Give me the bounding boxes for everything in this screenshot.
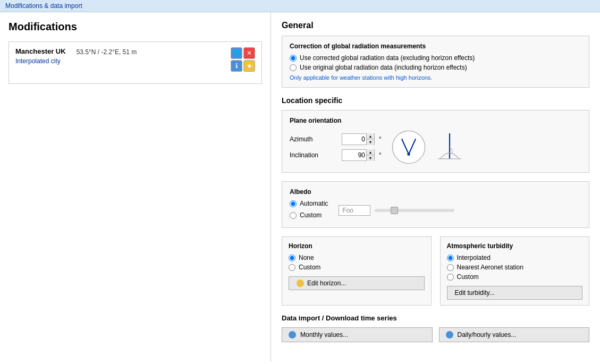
correction-note: Only applicable for weather stations wit… [290, 74, 581, 81]
city-type: Interpolated city [15, 57, 137, 65]
svg-point-0 [392, 131, 425, 163]
inclination-spinbox-buttons: ▲ ▼ [366, 149, 374, 161]
topbar: Modifications & data import [0, 0, 600, 12]
horizon-radio2[interactable] [289, 264, 295, 271]
azimuth-up[interactable]: ▲ [367, 133, 374, 139]
monthly-btn-icon [289, 331, 296, 338]
left-panel: Modifications Manchester UK 53.5°N / -2.… [0, 12, 271, 361]
location-icons-row-1: 🌐 ✕ [231, 47, 255, 59]
albedo-radios: Automatic Custom [290, 200, 328, 221]
daily-hourly-values-label: Daily/hourly values... [458, 331, 517, 338]
correction-title: Correction of global radiation measureme… [290, 43, 581, 50]
inclination-input[interactable] [342, 150, 366, 160]
orientation-diagrams [390, 129, 466, 166]
azimuth-input[interactable] [342, 134, 366, 145]
location-box: Manchester UK 53.5°N / -2.2°E, 51 m Inte… [9, 41, 262, 84]
inclination-diagram [434, 129, 466, 166]
data-import-title: Data import / Download time series [282, 314, 589, 322]
edit-turbidity-label: Edit turbidity... [455, 289, 495, 297]
close-icon[interactable]: ✕ [243, 47, 255, 59]
edit-horizon-label: Edit horizon... [307, 280, 346, 287]
svg-point-1 [407, 153, 410, 156]
turbidity-option2-row: Nearest Aeronet station [447, 264, 583, 271]
turbidity-option1-row: Interpolated [447, 254, 583, 261]
modifications-title: Modifications [9, 21, 262, 33]
turbidity-option3-row: Custom [447, 273, 583, 281]
plane-orientation-title: Plane orientation [290, 117, 581, 124]
correction-radio1[interactable] [290, 55, 297, 62]
plane-orientation-box: Plane orientation Azimuth ▲ ▼ ° [282, 110, 589, 173]
turbidity-radio2[interactable] [447, 264, 454, 271]
location-row: Manchester UK 53.5°N / -2.2°E, 51 m [15, 47, 137, 57]
horizon-radio1[interactable] [289, 255, 295, 261]
daily-btn-icon [446, 331, 453, 338]
inclination-degree: ° [379, 151, 382, 159]
azimuth-spinbox[interactable]: ▲ ▼ [342, 133, 375, 145]
inclination-up[interactable]: ▲ [367, 149, 374, 155]
inclination-label: Inclination [290, 151, 337, 159]
topbar-label: Modifications & data import [5, 2, 82, 10]
azimuth-diagram [390, 129, 427, 166]
city-coords: 53.5°N / -2.2°E, 51 m [77, 48, 137, 56]
turbidity-title: Atmospheric turbidity [447, 242, 583, 250]
albedo-label1: Automatic [300, 200, 328, 207]
turbidity-label3: Custom [457, 273, 479, 281]
azimuth-degree: ° [379, 136, 382, 143]
azimuth-down[interactable]: ▼ [367, 139, 374, 145]
star-icon[interactable]: ★ [243, 60, 255, 72]
albedo-slider-track[interactable] [375, 209, 454, 212]
correction-option2-row: Use original global radiation data (incl… [290, 64, 581, 71]
turbidity-radio1[interactable] [447, 255, 454, 261]
albedo-label2: Custom [300, 211, 322, 219]
right-panel: General Correction of global radiation m… [271, 12, 600, 361]
edit-turbidity-button[interactable]: Edit turbidity... [447, 286, 583, 300]
horizon-label2: Custom [299, 264, 320, 271]
albedo-radio2[interactable] [290, 212, 297, 219]
albedo-radio1[interactable] [290, 200, 297, 207]
correction-label2: Use original global radiation data (incl… [300, 64, 467, 71]
inclination-down[interactable]: ▼ [367, 155, 374, 161]
albedo-text-input[interactable] [339, 205, 370, 216]
horizon-option1-row: None [289, 254, 425, 261]
azimuth-spinbox-buttons: ▲ ▼ [366, 133, 374, 145]
info-icon[interactable]: ℹ [231, 60, 242, 72]
horizon-title: Horizon [289, 242, 425, 250]
monthly-values-button[interactable]: Monthly values... [282, 327, 433, 342]
turbidity-label2: Nearest Aeronet station [457, 264, 523, 271]
location-specific-title: Location specific [282, 96, 589, 105]
horizon-label1: None [299, 254, 314, 261]
turbidity-label1: Interpolated [457, 254, 491, 261]
location-info: Manchester UK 53.5°N / -2.2°E, 51 m Inte… [15, 47, 137, 65]
turbidity-box: Atmospheric turbidity Interpolated Neare… [440, 236, 590, 306]
albedo-option2-row: Custom [290, 211, 328, 219]
albedo-option1-row: Automatic [290, 200, 328, 207]
horizon-box: Horizon None Custom Edit horizon... [282, 236, 432, 306]
horizon-option2-row: Custom [289, 264, 425, 271]
albedo-row: Automatic Custom [290, 200, 581, 221]
daily-hourly-values-button[interactable]: Daily/hourly values... [439, 327, 590, 342]
general-title: General [282, 21, 589, 30]
data-import-section: Data import / Download time series Month… [282, 314, 589, 342]
turbidity-radio3[interactable] [447, 274, 454, 281]
globe-icon[interactable]: 🌐 [231, 47, 242, 59]
albedo-control [339, 205, 454, 216]
albedo-box: Albedo Automatic Custom [282, 181, 589, 228]
albedo-slider-thumb[interactable] [391, 207, 398, 214]
horizon-turbidity-section: Horizon None Custom Edit horizon... Atmo… [282, 236, 589, 306]
albedo-title: Albedo [290, 188, 581, 196]
location-icons: 🌐 ✕ ℹ ★ [231, 47, 255, 72]
plane-orientation-fields: Azimuth ▲ ▼ ° Inclination [290, 133, 382, 161]
correction-label1: Use corrected global radiation data (exc… [300, 54, 475, 62]
azimuth-label: Azimuth [290, 136, 337, 143]
location-icons-row-2: ℹ ★ [231, 60, 255, 72]
correction-radio2[interactable] [290, 64, 297, 71]
monthly-values-label: Monthly values... [300, 331, 348, 338]
correction-option1-row: Use corrected global radiation data (exc… [290, 54, 581, 62]
edit-horizon-button[interactable]: Edit horizon... [289, 276, 425, 290]
inclination-spinbox[interactable]: ▲ ▼ [342, 149, 375, 161]
horizon-btn-icon [297, 280, 304, 287]
city-name: Manchester UK [15, 47, 66, 55]
correction-box: Correction of global radiation measureme… [282, 36, 589, 88]
data-import-buttons: Monthly values... Daily/hourly values... [282, 327, 589, 342]
